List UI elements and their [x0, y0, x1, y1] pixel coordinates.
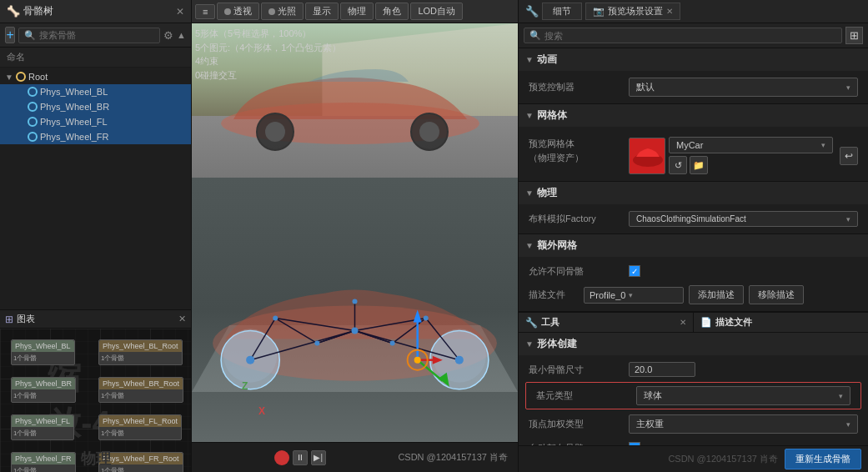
csdn-text: CSDN @1204157137 肖奇: [668, 453, 778, 465]
cloth-sim-dropdown[interactable]: ChaosClothingSimulationFact ▾: [629, 211, 858, 227]
skeleton-tree-panel: + 🔍 ⚙ ▲ 命名 ▼ Root: [0, 23, 191, 309]
svg-point-6: [419, 122, 439, 142]
tree-item-phys-br[interactable]: Phys_Wheel_BR: [0, 99, 191, 114]
light-button[interactable]: 光照: [261, 3, 304, 20]
menu-button[interactable]: ≡: [195, 4, 215, 19]
min-bone-size-input[interactable]: 20.0: [629, 362, 695, 377]
refresh-mesh-button[interactable]: ↺: [669, 156, 687, 174]
settings-button[interactable]: ⚙: [163, 29, 173, 42]
pause-button[interactable]: ⏸: [293, 450, 308, 465]
regen-button[interactable]: 重新生成骨骼: [785, 449, 861, 469]
skeleton-tree-list: ▼ Root Phys_Wheel_BL Phys_Wheel_BR: [0, 68, 191, 309]
animation-section-header[interactable]: ▼ 动画: [519, 48, 868, 71]
preview-mesh-row: 预览网格体 （物理资产）: [519, 130, 868, 178]
physics-section: ▼ 物理 布料模拟Factory ChaosClothingSimulation…: [519, 182, 868, 234]
svg-point-31: [390, 341, 395, 346]
vb-right: CSDN @1204157137 肖奇: [398, 451, 508, 464]
physics-section-header[interactable]: ▼ 物理: [519, 182, 868, 204]
mesh-car-thumbnail: [630, 138, 665, 173]
allow-diff-value: [629, 265, 858, 277]
tree-item-phys-fr[interactable]: Phys_Wheel_FR: [0, 129, 191, 144]
info-line2: 5个图元:（4个形体，1个凸包元素）: [195, 41, 341, 55]
desc-tab-title: 描述文件: [715, 316, 752, 329]
viewport-mode-button[interactable]: 透视: [217, 3, 259, 20]
graph-node-fl: Phys_Wheel_FL 1个骨骼: [11, 414, 74, 440]
mesh-section-header[interactable]: ▼ 网格体: [519, 104, 868, 127]
skeleton-search-bar: + 🔍 ⚙ ▲: [0, 23, 191, 48]
primitive-type-label: 基元类型: [536, 389, 636, 402]
root-bone-sphere: [16, 72, 26, 82]
undo-button[interactable]: ↩: [840, 147, 858, 165]
graph-close[interactable]: ✕: [178, 314, 186, 324]
tools-title: 工具: [541, 316, 559, 329]
display-button[interactable]: 显示: [305, 3, 339, 20]
mesh-dropdown[interactable]: MyCar ▾: [669, 137, 833, 153]
node-bl-title: Phys_Wheel_BL: [12, 340, 74, 352]
primitive-type-dropdown[interactable]: 球体 ▾: [636, 386, 850, 405]
remove-desc-button[interactable]: 移除描述: [749, 285, 804, 304]
node-root2-detail: 1个骨骼: [101, 391, 181, 400]
min-bone-size-value: 20.0: [629, 362, 858, 377]
shape-arrow: ▼: [525, 339, 534, 349]
fl-bone-sphere: [28, 117, 38, 127]
viewport-bottom-bar: ⏸ ▶| CSDN @1204157137 肖奇: [192, 442, 518, 472]
svg-point-25: [351, 328, 358, 334]
graph-icon: ⊞: [5, 314, 13, 325]
auto-orient-row: 自动朝向骨骼: [519, 437, 868, 445]
camera-icon: 📷: [593, 6, 605, 17]
mesh-arrow: ▼: [525, 111, 534, 120]
lod-button[interactable]: LOD自动: [410, 3, 463, 20]
folder-mesh-button[interactable]: 📁: [690, 156, 708, 174]
angle-button[interactable]: 角色: [375, 3, 409, 20]
bottom-right-bar: CSDN @1204157137 肖奇 重新生成骨骼: [519, 445, 868, 472]
tree-item-root[interactable]: ▼ Root: [0, 69, 191, 84]
shape-creation-body: 最小骨骼尺寸 20.0 基元类型 球体 ▾: [519, 355, 868, 445]
desc-file-label: 描述文件: [529, 289, 579, 301]
right-search-input[interactable]: [544, 31, 836, 41]
extra-mesh-body: 允许不同骨骼 描述文件 Profile_0 ▾ 添加描述: [519, 257, 868, 311]
graph-canvas: 缩放-4 Phys_Wheel_BL 1个骨骼 Phys_Wheel_BR: [0, 329, 191, 472]
search-icon: 🔍: [24, 30, 36, 41]
search-box: 🔍: [18, 28, 160, 43]
tools-desc-bar: 🔧 工具 ✕ 📄 描述文件: [519, 312, 868, 333]
grid-view-button[interactable]: ⊞: [845, 27, 863, 44]
csdn-watermark-viewport: CSDN @1204157137 肖奇: [398, 452, 508, 462]
preview-controller-dropdown[interactable]: 默认 ▾: [629, 78, 858, 97]
tools-tab-close[interactable]: ✕: [680, 318, 686, 327]
graph-node-root-2: Phys_Wheel_BR_Root 1个骨骼: [98, 377, 183, 403]
preview-tab-close[interactable]: ✕: [666, 7, 673, 16]
node-bl-detail: 1个骨骼: [13, 354, 73, 363]
add-bone-button[interactable]: +: [5, 27, 15, 43]
node-fr-detail: 1个骨骼: [13, 466, 73, 472]
allow-diff-checkbox[interactable]: [629, 265, 640, 277]
physics-section-body: 布料模拟Factory ChaosClothingSimulationFact …: [519, 204, 868, 233]
skeleton-tree-header: 🦴 骨骼树 ✕: [0, 0, 192, 23]
svg-point-4: [265, 122, 285, 142]
preview-tab[interactable]: 📷 预览场景设置 ✕: [585, 3, 680, 20]
extra-mesh-header[interactable]: ▼ 额外网格: [519, 234, 868, 257]
skip-button[interactable]: ▶|: [311, 450, 326, 465]
add-desc-button[interactable]: 添加描述: [689, 285, 744, 304]
node-root4-detail: 1个骨骼: [101, 466, 181, 472]
desc-file-dropdown[interactable]: Profile_0 ▾: [584, 287, 684, 304]
skeleton-tree-close[interactable]: ✕: [176, 6, 184, 18]
primitive-type-value: 球体 ▾: [636, 386, 850, 405]
expand-icon: ▲: [177, 30, 186, 40]
node-root1-sub: Phys_Wheel_BL_Root: [99, 340, 182, 352]
mesh-section: ▼ 网格体 预览网格体 （物理资产）: [519, 104, 868, 182]
tree-item-phys-fl[interactable]: Phys_Wheel_FL: [0, 114, 191, 129]
search-input[interactable]: [39, 30, 154, 40]
physics-button[interactable]: 物理: [340, 3, 374, 20]
tree-item-phys-bl[interactable]: Phys_Wheel_BL: [0, 84, 191, 99]
record-button[interactable]: [274, 450, 289, 465]
cloth-sim-label: 布料模拟Factory: [529, 213, 629, 225]
vertex-weight-dropdown[interactable]: 主权重 ▾: [629, 414, 858, 434]
dropdown-arrow: ▾: [846, 83, 850, 92]
top-bar: 🦴 骨骼树 ✕ ≡ 透视 光照 显示 物理 角色 LOD自动 🔧: [0, 0, 868, 23]
min-bone-size-label: 最小骨骼尺寸: [529, 364, 629, 376]
animation-section-body: 预览控制器 默认 ▾: [519, 71, 868, 103]
3d-viewport[interactable]: Z X: [192, 178, 518, 442]
phys-fl-label: Phys_Wheel_FL: [40, 117, 108, 127]
shape-creation-header[interactable]: ▼ 形体创建: [519, 333, 868, 355]
detail-tab[interactable]: 细节: [542, 3, 582, 20]
